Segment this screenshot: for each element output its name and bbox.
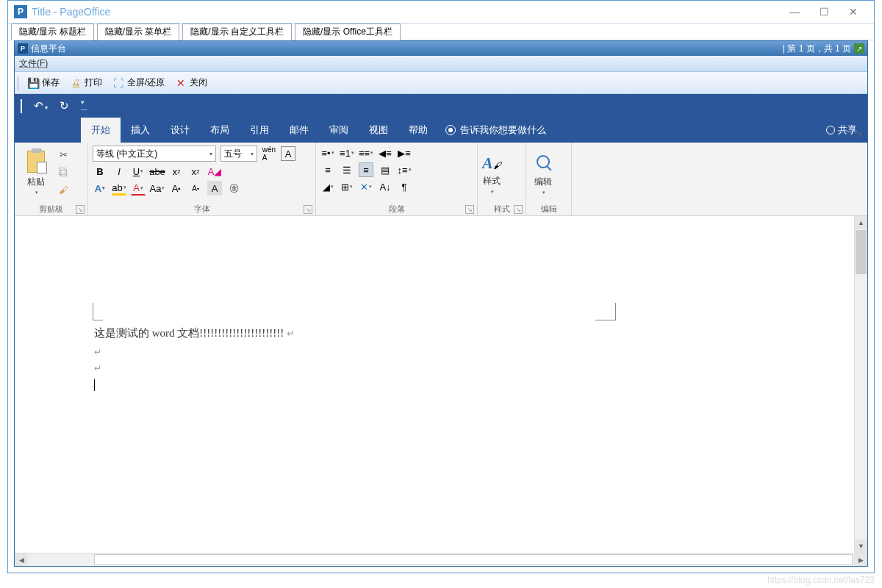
tab-mailings[interactable]: 邮件 xyxy=(279,118,319,143)
font-color-button[interactable]: A▾ xyxy=(131,181,146,196)
paragraph-mark-icon: ↵ xyxy=(94,363,101,373)
tab-references[interactable]: 引用 xyxy=(240,118,279,143)
cut-button[interactable]: ✂ xyxy=(56,147,71,162)
char-shading-button[interactable]: A xyxy=(207,181,222,196)
tab-toggle-office-toolbar[interactable]: 隐藏/显示 Office工具栏 xyxy=(295,24,401,40)
enclose-chars-button[interactable]: ㊎ xyxy=(226,181,241,196)
po-print-button[interactable]: 🖨 打印 xyxy=(65,74,106,93)
paste-button[interactable]: 粘贴 ▾ xyxy=(19,146,53,199)
justify-button[interactable]: ▤ xyxy=(378,162,392,177)
vertical-scrollbar[interactable]: ▲ ▼ xyxy=(854,216,867,553)
save-icon: 💾 xyxy=(26,76,40,90)
tab-toggle-menubar[interactable]: 隐藏/显示 菜单栏 xyxy=(97,24,180,40)
line-spacing-button[interactable]: ↕≡▾ xyxy=(397,162,412,177)
italic-button[interactable]: I xyxy=(112,164,126,179)
tab-help[interactable]: 帮助 xyxy=(398,118,438,143)
scroll-right-button[interactable]: ▶ xyxy=(854,553,867,566)
po-close-button[interactable]: ✕ 关闭 xyxy=(170,74,211,93)
font-dialog-launcher[interactable]: ↘ xyxy=(304,205,312,214)
tell-me-search[interactable]: 告诉我你想要做什么 xyxy=(438,118,553,143)
superscript-button[interactable]: x2 xyxy=(188,164,203,179)
qat-undo-button[interactable]: ↶▾ xyxy=(34,99,48,112)
sort-button[interactable]: A↓ xyxy=(378,179,392,194)
minimize-button[interactable]: — xyxy=(780,1,809,23)
window-titlebar: P Title - PageOffice — ☐ ✕ xyxy=(8,1,874,23)
strikethrough-button[interactable]: abe xyxy=(150,164,165,179)
tab-home[interactable]: 开始 xyxy=(81,118,121,143)
font-size-combo[interactable]: 五号▾ xyxy=(220,146,257,162)
tab-toggle-custom-toolbar[interactable]: 隐藏/显示 自定义工具栏 xyxy=(182,24,292,40)
qat-save-button[interactable] xyxy=(21,100,22,112)
font-name-combo[interactable]: 等线 (中文正文)▾ xyxy=(93,146,216,162)
ribbon: 粘贴 ▾ ✂ ⿻ 🖌 剪贴板↘ 等线 (中文正文)▾ 五号 xyxy=(15,143,867,216)
horizontal-scrollbar[interactable]: ◀ ▶ xyxy=(15,553,867,566)
app-icon: P xyxy=(14,5,27,18)
char-border-button[interactable]: A xyxy=(281,146,295,161)
text-effects-button[interactable]: A▾ xyxy=(93,181,107,196)
scroll-thumb[interactable] xyxy=(856,230,867,274)
info-title: 信息平台 xyxy=(31,43,66,55)
tab-insert[interactable]: 插入 xyxy=(121,118,160,143)
paragraph-mark-icon: ↵ xyxy=(94,347,101,357)
maximize-button[interactable]: ☐ xyxy=(809,1,839,23)
fullscreen-icon: ⛶ xyxy=(111,76,126,90)
align-left-button[interactable]: ≡ xyxy=(320,162,335,177)
scroll-left-button[interactable]: ◀ xyxy=(15,553,28,566)
paragraph-dialog-launcher[interactable]: ↘ xyxy=(465,205,474,214)
subscript-button[interactable]: x2 xyxy=(169,164,184,179)
search-icon xyxy=(531,149,556,174)
close-icon: ✕ xyxy=(173,76,188,90)
page-indicator: | 第 1 页，共 1 页 xyxy=(783,43,851,55)
hscroll-thumb[interactable] xyxy=(94,554,853,565)
align-right-button[interactable]: ≡ xyxy=(359,162,373,177)
highlight-button[interactable]: ab▾ xyxy=(112,181,126,196)
qat-redo-button[interactable]: ↻ xyxy=(60,99,69,112)
format-painter-button[interactable]: 🖌 xyxy=(56,183,71,198)
change-case-button[interactable]: Aa▾ xyxy=(150,181,165,196)
tab-toggle-titlebar[interactable]: 隐藏/显示 标题栏 xyxy=(11,24,94,40)
borders-button[interactable]: ⊞▾ xyxy=(340,179,354,194)
document-text-line-1[interactable]: 这是测试的 word 文档!!!!!!!!!!!!!!!!!!!!!!!↵ xyxy=(94,326,295,340)
person-icon xyxy=(826,126,835,135)
tab-layout[interactable]: 布局 xyxy=(200,118,240,143)
bold-button[interactable]: B xyxy=(93,164,107,179)
shrink-font-button[interactable]: A▾ xyxy=(188,181,203,196)
tab-view[interactable]: 视图 xyxy=(359,118,398,143)
file-menu[interactable]: 文件(F) xyxy=(19,57,48,70)
increase-indent-button[interactable]: ▶≡ xyxy=(397,146,412,160)
clipboard-icon xyxy=(24,149,49,174)
numbering-button[interactable]: ≡1▾ xyxy=(340,146,354,160)
styles-dialog-launcher[interactable]: ↘ xyxy=(514,205,523,214)
edit-button[interactable]: 编辑 ▾ xyxy=(531,146,556,199)
tab-review[interactable]: 审阅 xyxy=(319,118,359,143)
tab-design[interactable]: 设计 xyxy=(160,118,200,143)
document-canvas[interactable]: 这是测试的 word 文档!!!!!!!!!!!!!!!!!!!!!!!↵ ↵ … xyxy=(15,216,854,553)
scroll-down-button[interactable]: ▼ xyxy=(855,539,867,553)
bullets-button[interactable]: ≡•▾ xyxy=(320,146,335,160)
close-window-button[interactable]: ✕ xyxy=(839,1,868,23)
copy-button[interactable]: ⿻ xyxy=(56,165,71,179)
paragraph-mark-icon: ↵ xyxy=(287,328,295,339)
decrease-indent-button[interactable]: ◀≡ xyxy=(378,146,392,160)
styles-icon: A🖌 xyxy=(482,151,502,173)
multilevel-list-button[interactable]: ≡≡▾ xyxy=(359,146,373,160)
qat-customize-button[interactable]: ▾— xyxy=(81,98,87,113)
clear-format-button[interactable]: A◢ xyxy=(207,164,222,179)
info-bar: P 信息平台 | 第 1 页，共 1 页 ↗ xyxy=(15,41,867,56)
underline-button[interactable]: U▾ xyxy=(131,164,146,179)
po-fullscreen-button[interactable]: ⛶ 全屏/还原 xyxy=(107,74,168,93)
show-marks-button[interactable]: ¶ xyxy=(397,179,412,194)
scroll-up-button[interactable]: ▲ xyxy=(855,216,867,229)
phonetic-guide-button[interactable]: wénA xyxy=(262,146,276,161)
clipboard-dialog-launcher[interactable]: ↘ xyxy=(76,205,85,214)
expand-icon[interactable]: ↗ xyxy=(854,43,864,54)
paragraph-group-label: 段落 xyxy=(389,204,405,215)
collapse-ribbon-button[interactable]: ʌ xyxy=(858,129,863,214)
styles-button[interactable]: A🖌 样式 ▾ xyxy=(482,146,502,199)
grow-font-button[interactable]: A▴ xyxy=(169,181,184,196)
save-disk-icon xyxy=(21,99,22,113)
align-center-button[interactable]: ☰ xyxy=(340,162,354,177)
asian-layout-button[interactable]: ✕▾ xyxy=(359,179,373,194)
shading-button[interactable]: ◢▾ xyxy=(320,179,335,194)
po-save-button[interactable]: 💾 保存 xyxy=(22,74,63,93)
